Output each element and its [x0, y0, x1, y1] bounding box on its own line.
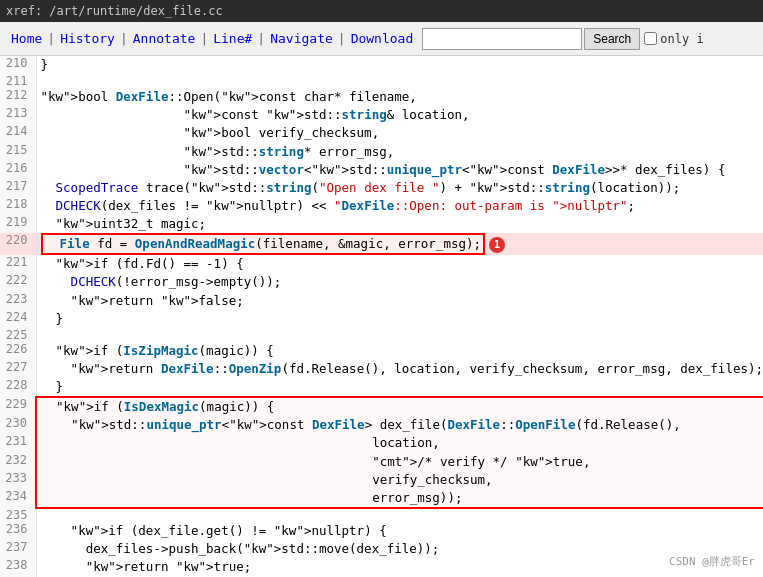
line-number: 225	[0, 328, 36, 342]
line-number: 221	[0, 255, 36, 273]
line-number: 229	[0, 397, 36, 416]
table-row: 211	[0, 74, 763, 88]
table-row: 217 ScopedTrace trace("kw">std::string("…	[0, 179, 763, 197]
line-number: 238	[0, 558, 36, 576]
line-number: 212	[0, 88, 36, 106]
watermark: CSDN @胖虎哥Er	[669, 554, 755, 569]
table-row: 237 dex_files->push_back("kw">std::move(…	[0, 540, 763, 558]
table-row: 210}	[0, 56, 763, 74]
search-input[interactable]	[422, 28, 582, 50]
line-code: "cmt">/* verify */ "kw">true,	[36, 453, 763, 471]
table-row: 230 "kw">std::unique_ptr<"kw">const DexF…	[0, 416, 763, 434]
table-row: 232 "cmt">/* verify */ "kw">true,	[0, 453, 763, 471]
line-code: ScopedTrace trace("kw">std::string("Open…	[36, 179, 763, 197]
line-number: 228	[0, 378, 36, 397]
table-row: 236 "kw">if (dex_file.get() != "kw">null…	[0, 522, 763, 540]
table-row: 229 "kw">if (IsDexMagic(magic)) {	[0, 397, 763, 416]
code-area: 210}211212"kw">bool DexFile::Open("kw">c…	[0, 56, 763, 577]
nav-line[interactable]: Line#	[208, 29, 257, 48]
line-code: error_msg));	[36, 489, 763, 508]
table-row: 221 "kw">if (fd.Fd() == -1) {	[0, 255, 763, 273]
line-code: "kw">if (fd.Fd() == -1) {	[36, 255, 763, 273]
line-number: 233	[0, 471, 36, 489]
title-bar: xref: /art/runtime/dex_file.cc	[0, 0, 763, 22]
nav-navigate[interactable]: Navigate	[265, 29, 338, 48]
line-number: 236	[0, 522, 36, 540]
table-row: 235	[0, 508, 763, 522]
line-number: 213	[0, 106, 36, 124]
line-number: 211	[0, 74, 36, 88]
line-code: "kw">bool verify_checksum,	[36, 124, 763, 142]
line-number: 222	[0, 273, 36, 291]
table-row: 225	[0, 328, 763, 342]
line-code: "kw">if (dex_file.get() != "kw">nullptr)…	[36, 522, 763, 540]
line-code: location,	[36, 434, 763, 452]
table-row: 220 File fd = OpenAndReadMagic(filename,…	[0, 233, 763, 255]
nav-annotate[interactable]: Annotate	[128, 29, 201, 48]
line-number: 218	[0, 197, 36, 215]
line-code: "kw">if (IsDexMagic(magic)) {	[36, 397, 763, 416]
line-number: 214	[0, 124, 36, 142]
line-number: 219	[0, 215, 36, 233]
annotation-badge-1: 1	[489, 237, 505, 253]
line-number: 232	[0, 453, 36, 471]
line-code: "kw">std::string* error_msg,	[36, 143, 763, 161]
line-code: "kw">std::vector<"kw">std::unique_ptr<"k…	[36, 161, 763, 179]
line-number: 231	[0, 434, 36, 452]
line-number: 230	[0, 416, 36, 434]
line-number: 224	[0, 310, 36, 328]
line-code: "kw">uint32_t magic;	[36, 215, 763, 233]
line-code	[36, 328, 763, 342]
line-number: 237	[0, 540, 36, 558]
line-code: "kw">const "kw">std::string& location,	[36, 106, 763, 124]
nav-home[interactable]: Home	[6, 29, 47, 48]
nav-history[interactable]: History	[55, 29, 120, 48]
line-code: File fd = OpenAndReadMagic(filename, &ma…	[36, 233, 763, 255]
search-button[interactable]: Search	[584, 28, 640, 50]
line-number: 215	[0, 143, 36, 161]
table-row: 227 "kw">return DexFile::OpenZip(fd.Rele…	[0, 360, 763, 378]
table-row: 214 "kw">bool verify_checksum,	[0, 124, 763, 142]
table-row: 226 "kw">if (IsZipMagic(magic)) {	[0, 342, 763, 360]
line-code: "kw">return "kw">true;	[36, 558, 763, 576]
table-row: 231 location,	[0, 434, 763, 452]
line-code: "kw">return "kw">false;	[36, 292, 763, 310]
line-code	[36, 508, 763, 522]
table-row: 238 "kw">return "kw">true;	[0, 558, 763, 576]
line-number: 216	[0, 161, 36, 179]
line-number: 220	[0, 233, 36, 255]
table-row: 213 "kw">const "kw">std::string& locatio…	[0, 106, 763, 124]
line-code: "kw">if (IsZipMagic(magic)) {	[36, 342, 763, 360]
line-code	[36, 74, 763, 88]
table-row: 224 }	[0, 310, 763, 328]
table-row: 228 }	[0, 378, 763, 397]
nav-bar: Home | History | Annotate | Line# | Navi…	[0, 22, 763, 56]
only-in-label: only i	[644, 32, 703, 46]
nav-download[interactable]: Download	[346, 29, 419, 48]
line-code: }	[36, 378, 763, 397]
table-row: 218 DCHECK(dex_files != "kw">nullptr) <<…	[0, 197, 763, 215]
title-text: xref: /art/runtime/dex_file.cc	[6, 4, 223, 18]
table-row: 223 "kw">return "kw">false;	[0, 292, 763, 310]
table-row: 215 "kw">std::string* error_msg,	[0, 143, 763, 161]
line-code: }	[36, 310, 763, 328]
table-row: 222 DCHECK(!error_msg->empty());	[0, 273, 763, 291]
line-number: 234	[0, 489, 36, 508]
code-table: 210}211212"kw">bool DexFile::Open("kw">c…	[0, 56, 763, 577]
line-number: 226	[0, 342, 36, 360]
table-row: 212"kw">bool DexFile::Open("kw">const ch…	[0, 88, 763, 106]
line-code: DCHECK(dex_files != "kw">nullptr) << "De…	[36, 197, 763, 215]
line-number: 223	[0, 292, 36, 310]
line-number: 235	[0, 508, 36, 522]
line-code: }	[36, 56, 763, 74]
line-code: "kw">std::unique_ptr<"kw">const DexFile>…	[36, 416, 763, 434]
line-number: 210	[0, 56, 36, 74]
line-code: dex_files->push_back("kw">std::move(dex_…	[36, 540, 763, 558]
line-code: verify_checksum,	[36, 471, 763, 489]
line-number: 227	[0, 360, 36, 378]
table-row: 234 error_msg));	[0, 489, 763, 508]
only-in-checkbox[interactable]	[644, 32, 657, 45]
line-code: "kw">bool DexFile::Open("kw">const char*…	[36, 88, 763, 106]
line-number: 217	[0, 179, 36, 197]
table-row: 233 verify_checksum,	[0, 471, 763, 489]
